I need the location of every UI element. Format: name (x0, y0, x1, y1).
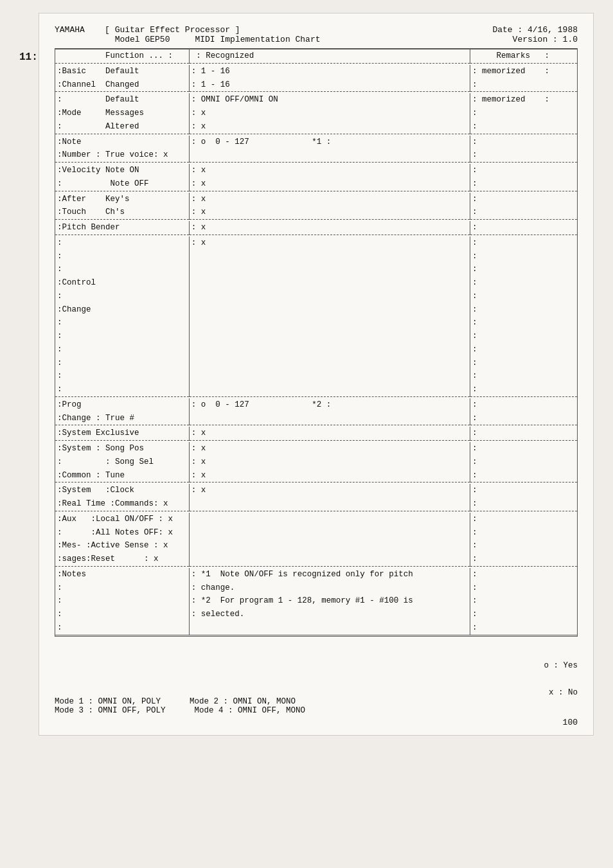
page-number-right: 100 (55, 718, 578, 727)
row-sysrt-1: :System :Clock : x : (55, 484, 577, 497)
mode2-label: Mode 2 : OMNI ON, MONO (190, 697, 296, 706)
mode3-label: Mode 3 : OMNI OFF, POLY (55, 706, 166, 715)
brand-title: YAMAHA [ Guitar Effect Processor ] (55, 25, 240, 35)
row-notes-4: : : selected. : (55, 608, 577, 621)
midi-chart: Function ... : : Recognized Remarks : :B… (55, 48, 578, 637)
mode1-label: Mode 1 : OMNI ON, POLY (55, 697, 161, 706)
row-aux-2: : :All Notes OFF: x : (55, 526, 577, 540)
row-mode-1: : Default : OMNI OFF/OMNI ON : memorized… (55, 93, 577, 107)
row-aux-3: :Mes- :Active Sense : x : (55, 539, 577, 553)
row-cc-7: : : (55, 316, 577, 330)
row-sysex: :System Exclusive : x : (55, 427, 577, 440)
row-velocity-2: : Note OFF : x : (55, 177, 577, 191)
row-sysrt-2: :Real Time :Commands: x : (55, 497, 577, 511)
footer-section: Mode 1 : OMNI ON, POLY Mode 2 : OMNI ON,… (55, 643, 578, 715)
row-notes-3: : : *2 For program 1 - 128, memory #1 - … (55, 594, 577, 608)
row-cc-3: : : (55, 263, 577, 276)
row-syscommon-1: :System : Song Pos : x : (55, 442, 577, 456)
version-label: Version : 1.0 (513, 35, 578, 44)
row-pitch-bender: :Pitch Bender : x : (55, 221, 577, 235)
col-header-recognized: : Recognized (189, 49, 470, 64)
row-cc-2: : : (55, 250, 577, 263)
row-aux-1: :Aux :Local ON/OFF : x : (55, 513, 577, 526)
row-prog-1: :Prog : o 0 - 127 *2 : : (55, 398, 577, 412)
model-chart: Model GEP50 MIDI Implementation Chart (55, 35, 321, 44)
legend-no: x : No (539, 688, 578, 697)
row-cc-9: : : (55, 343, 577, 357)
row-aux-4: :sages:Reset : x : (55, 553, 577, 566)
row-cc-11: : : (55, 369, 577, 383)
row-syscommon-2: : : Song Sel : x : (55, 456, 577, 469)
row-cc-10: : : (55, 357, 577, 370)
document-header: YAMAHA [ Guitar Effect Processor ] Date … (55, 25, 578, 44)
page-number-left: 11: (19, 51, 38, 63)
mode4-label: Mode 4 : OMNI OFF, MONO (195, 706, 306, 715)
row-note-2: :Number : True voice: x : (55, 148, 577, 162)
date-label: Date : 4/16, 1988 (492, 25, 578, 35)
row-aftertouch-2: :Touch Ch's : x : (55, 206, 577, 219)
row-basic-channel-1: :Basic Default : 1 - 16 : memorized : (55, 65, 577, 78)
row-cc-8: : : (55, 330, 577, 343)
row-mode-2: :Mode Messages : x : (55, 107, 577, 120)
row-cc-12: : : (55, 383, 577, 396)
row-notes-2: : : change. : (55, 581, 577, 595)
row-cc-4: :Control : (55, 276, 577, 290)
row-cc-6: :Change : (55, 303, 577, 317)
row-note-1: :Note : o 0 - 127 *1 : : (55, 136, 577, 149)
footer-modes: Mode 1 : OMNI ON, POLY Mode 2 : OMNI ON,… (55, 697, 539, 715)
row-aftertouch-1: :After Key's : x : (55, 193, 577, 206)
legend-yes: o : Yes (539, 661, 578, 670)
row-mode-3: : Altered : x : (55, 120, 577, 134)
row-prog-2: :Change : True # : (55, 412, 577, 425)
row-syscommon-3: :Common : Tune : x : (55, 469, 577, 483)
row-notes-5: : : (55, 621, 577, 635)
row-notes-1: :Notes : *1 Note ON/OFF is recognized on… (55, 568, 577, 581)
row-basic-channel-2: :Channel Changed : 1 - 16 : (55, 78, 577, 92)
row-velocity-1: :Velocity Note ON : x : (55, 164, 577, 177)
col-header-function: Function ... : (55, 49, 189, 64)
row-cc-5: : : (55, 290, 577, 303)
footer-legend: o : Yes x : No (539, 643, 578, 715)
row-cc-1: : : x : (55, 236, 577, 250)
col-header-remarks: Remarks : (470, 49, 577, 64)
